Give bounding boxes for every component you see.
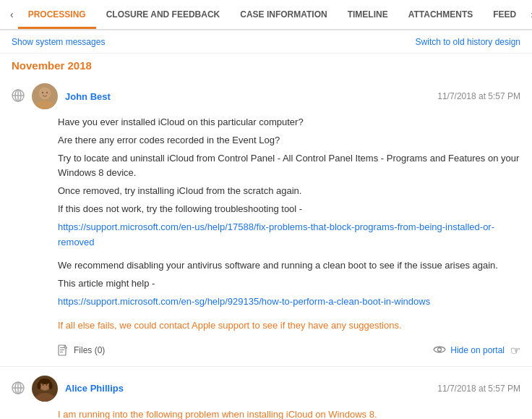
message-header: John Best 11/7/2018 at 5:57 PM — [12, 83, 520, 109]
body-link[interactable]: https://support.microsoft.com/en-sg/help… — [58, 295, 520, 310]
svg-rect-11 — [60, 350, 64, 350]
message-header: Alice Phillips 11/7/2018 at 5:57 PM — [12, 376, 520, 402]
tab-attachments[interactable]: ATTACHMENTS — [398, 2, 484, 29]
switch-design-link[interactable]: Switch to old history design — [416, 37, 520, 47]
month-header: November 2018 — [0, 54, 532, 75]
tab-feed[interactable]: FEED — [483, 2, 526, 29]
tab-closure[interactable]: CLOSURE AND FEEDBACK — [96, 2, 231, 29]
cursor-hand-icon: ☞ — [510, 344, 520, 357]
svg-point-19 — [35, 393, 55, 402]
eye-icon — [433, 344, 446, 356]
toolbar-right: Switch to old history design — [416, 36, 520, 47]
sender-name: Alice Phillips — [65, 383, 437, 394]
tab-right-arrow[interactable]: › — [526, 0, 532, 29]
body-line: If this does not work, try the following… — [58, 202, 520, 217]
message-body: Have you ever installed iCloud on this p… — [12, 115, 520, 334]
files-label: Files (0) — [74, 345, 105, 355]
tabs-bar: ‹ PROCESSING CLOSURE AND FEEDBACK CASE I… — [0, 0, 532, 30]
avatar — [32, 83, 58, 109]
svg-point-24 — [43, 384, 44, 386]
files-row: Files (0) Hide on portal ☞ — [12, 337, 520, 357]
message-block: Alice Phillips 11/7/2018 at 5:57 PM I am… — [0, 367, 532, 419]
highlight-line: If all else fails, we could contact Appl… — [58, 318, 520, 334]
message-block: John Best 11/7/2018 at 5:57 PM Have you … — [0, 75, 532, 367]
hide-portal-link[interactable]: Hide on portal — [450, 345, 505, 355]
svg-point-6 — [40, 88, 50, 98]
message-body: I am running into the following problem … — [12, 407, 520, 419]
files-left: Files (0) — [58, 344, 105, 356]
ms-link-2[interactable]: https://support.microsoft.com/en-sg/help… — [58, 296, 430, 307]
body-line: Try to locate and uninstall iCloud from … — [58, 151, 520, 182]
svg-point-5 — [35, 101, 55, 109]
file-icon — [58, 344, 69, 356]
body-line: We recommend disabling your antivirus so… — [58, 258, 520, 274]
body-line: Are there any error codes recorded in th… — [58, 133, 520, 148]
svg-rect-12 — [60, 352, 63, 352]
svg-point-8 — [46, 92, 48, 93]
toolbar-left: Show system messages — [12, 36, 105, 47]
svg-point-22 — [38, 382, 41, 389]
globe-icon — [12, 89, 26, 103]
tab-left-arrow[interactable]: ‹ — [6, 0, 18, 29]
show-system-messages-link[interactable]: Show system messages — [12, 37, 105, 47]
svg-rect-10 — [60, 347, 64, 348]
tab-processing[interactable]: PROCESSING — [18, 2, 96, 29]
files-right: Hide on portal ☞ — [433, 344, 520, 357]
tab-timeline[interactable]: TIMELINE — [338, 2, 398, 29]
svg-point-21 — [39, 378, 51, 384]
body-line: Once removed, try installing iCloud from… — [58, 184, 520, 199]
svg-point-23 — [49, 382, 53, 389]
tab-case-info[interactable]: CASE INFORMATION — [230, 2, 337, 29]
sender-name: John Best — [65, 91, 437, 102]
timestamp: 11/7/2018 at 5:57 PM — [437, 91, 520, 101]
svg-point-13 — [438, 348, 442, 352]
globe-icon — [12, 381, 26, 396]
svg-point-7 — [42, 92, 43, 93]
ms-link-1[interactable]: https://support.microsoft.com/en-us/help… — [58, 221, 494, 247]
toolbar: Show system messages Switch to old histo… — [0, 30, 532, 54]
svg-point-25 — [46, 384, 48, 386]
body-link[interactable]: https://support.microsoft.com/en-us/help… — [58, 220, 520, 250]
body-highlight: I am running into the following problem … — [58, 407, 520, 419]
avatar — [32, 376, 58, 402]
timestamp: 11/7/2018 at 5:57 PM — [437, 384, 520, 394]
body-line: Have you ever installed iCloud on this p… — [58, 115, 520, 130]
body-line: This article might help - — [58, 276, 520, 292]
